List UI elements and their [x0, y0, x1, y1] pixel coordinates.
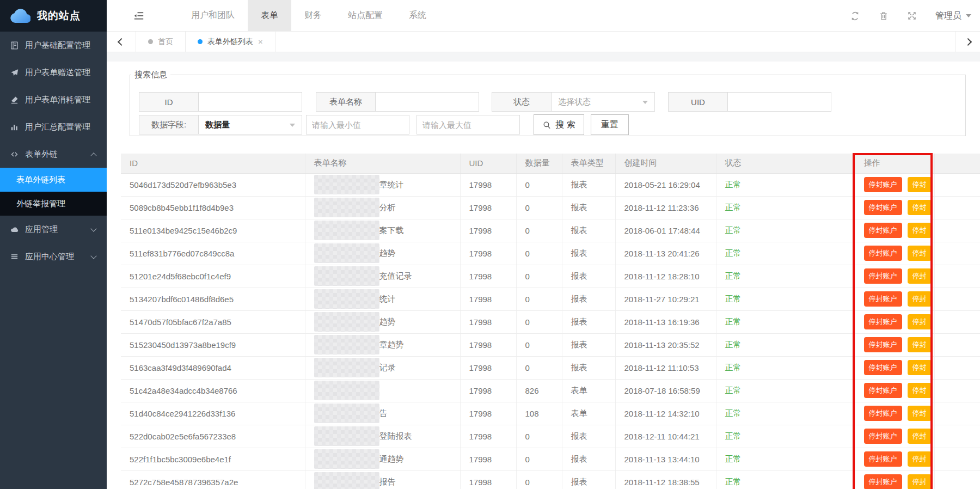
- top-nav-items: 用户和团队 表单 财务 站点配置 系统: [178, 0, 439, 31]
- ban-account-button[interactable]: 停封账户: [864, 474, 902, 489]
- ban-account-button[interactable]: 停封账户: [864, 337, 902, 352]
- form-name-suffix: 报告: [379, 477, 396, 487]
- cell-data-count: 0: [516, 196, 562, 219]
- sidebar-item-form-external-link[interactable]: 表单外链: [0, 140, 107, 168]
- ban-account-button[interactable]: 停封账户: [864, 223, 902, 238]
- tab-label: 首页: [158, 37, 173, 47]
- cell-form-name: 分析: [305, 196, 460, 219]
- form-name-input[interactable]: [376, 92, 479, 112]
- cell-form-type: 报表: [562, 219, 615, 242]
- form-name-suffix: 告: [379, 408, 388, 419]
- cell-id: 51201e24d5f68ebc0f1c4ef9: [121, 265, 305, 288]
- reset-button[interactable]: 重置: [591, 114, 629, 135]
- cell-actions: 停封账户停封: [855, 379, 934, 402]
- ban-button[interactable]: 停封: [908, 200, 932, 215]
- ban-button[interactable]: 停封: [908, 177, 932, 192]
- ban-button[interactable]: 停封: [908, 360, 932, 375]
- ban-button[interactable]: 停封: [908, 474, 932, 489]
- cell-created-at: 2018-11-12 18:38:55: [615, 470, 716, 489]
- search-button-label: 搜 索: [555, 119, 575, 131]
- nav-item-finance[interactable]: 财务: [291, 0, 335, 31]
- ban-account-button[interactable]: 停封账户: [864, 451, 902, 467]
- min-value-input[interactable]: [306, 115, 409, 135]
- cell-status: 正常: [716, 288, 855, 310]
- search-button[interactable]: 搜 索: [534, 114, 584, 135]
- col-header-actions: 操作: [855, 154, 934, 173]
- ban-account-button[interactable]: 停封账户: [864, 200, 902, 215]
- tabs-scroll-left[interactable]: [107, 32, 136, 52]
- table-row: 51470d57f05bfac67f2a7a85趋势179980报表2018-1…: [121, 310, 980, 333]
- id-input[interactable]: [199, 92, 302, 112]
- cell-status: 正常: [716, 356, 855, 379]
- col-header-data-count: 数据量: [516, 154, 562, 173]
- ban-account-button[interactable]: 停封账户: [864, 383, 902, 398]
- sidebar-item-form-link-list[interactable]: 表单外链列表: [0, 168, 107, 192]
- fullscreen-icon[interactable]: [907, 11, 917, 21]
- tab-home[interactable]: 首页: [136, 32, 186, 52]
- max-value-input[interactable]: [416, 115, 520, 135]
- sidebar-item-label: 应用中心管理: [25, 252, 74, 262]
- ban-account-button[interactable]: 停封账户: [864, 314, 902, 329]
- form-name-label: 表单名称: [316, 92, 376, 112]
- cell-filler: [934, 310, 980, 333]
- status-select[interactable]: 选择状态: [552, 92, 655, 112]
- ban-button[interactable]: 停封: [908, 223, 932, 238]
- table-row: 5046d173d520d7efb963b5e3章统计179980报表2018-…: [121, 173, 980, 196]
- cell-uid: 17998: [460, 402, 516, 425]
- ban-button[interactable]: 停封: [908, 337, 932, 352]
- ban-button[interactable]: 停封: [908, 291, 932, 307]
- col-header-filler: [934, 154, 980, 173]
- sidebar-item-app-manage[interactable]: 应用管理: [0, 216, 107, 243]
- cell-actions: 停封账户停封: [855, 470, 934, 489]
- chevron-down-icon: [90, 253, 96, 259]
- tabs-scroll-right[interactable]: [955, 32, 980, 52]
- cell-form-name: 章趋势: [305, 333, 460, 356]
- ban-account-button[interactable]: 停封账户: [864, 177, 902, 192]
- admin-menu[interactable]: 管理员: [935, 10, 971, 22]
- search-icon: [542, 120, 552, 130]
- sidebar-item-user-summary-config[interactable]: 用户汇总配置管理: [0, 113, 107, 140]
- form-name-suffix: 记录: [379, 363, 396, 373]
- sidebar-item-user-form-gift[interactable]: 用户表单赠送管理: [0, 59, 107, 86]
- sidebar-item-link-report-manage[interactable]: 外链举报管理: [0, 192, 107, 216]
- ban-account-button[interactable]: 停封账户: [864, 360, 902, 375]
- nav-item-system[interactable]: 系统: [396, 0, 439, 31]
- cell-form-type: 报表: [562, 265, 615, 288]
- cell-actions: 停封账户停封: [855, 219, 934, 242]
- cell-uid: 17998: [460, 288, 516, 310]
- close-icon[interactable]: ×: [258, 37, 263, 46]
- trash-icon[interactable]: [879, 11, 889, 21]
- nav-item-forms[interactable]: 表单: [248, 0, 291, 31]
- ban-button[interactable]: 停封: [908, 314, 932, 329]
- ban-button[interactable]: 停封: [908, 383, 932, 398]
- uid-input[interactable]: [728, 92, 831, 112]
- ban-account-button[interactable]: 停封账户: [864, 406, 902, 421]
- ban-account-button[interactable]: 停封账户: [864, 291, 902, 307]
- ban-account-button[interactable]: 停封账户: [864, 246, 902, 261]
- cell-status: 正常: [716, 196, 855, 219]
- cell-created-at: 2018-11-13 20:35:52: [615, 333, 716, 356]
- nav-item-users-teams[interactable]: 用户和团队: [178, 0, 248, 31]
- tab-form-link-list[interactable]: 表单外链列表 ×: [186, 32, 275, 52]
- ban-button[interactable]: 停封: [908, 268, 932, 284]
- ban-account-button[interactable]: 停封账户: [864, 429, 902, 444]
- ban-account-button[interactable]: 停封账户: [864, 268, 902, 284]
- ban-button[interactable]: 停封: [908, 429, 932, 444]
- nav-item-site-config[interactable]: 站点配置: [335, 0, 396, 31]
- collapse-sidebar-icon[interactable]: [133, 11, 144, 21]
- refresh-icon[interactable]: [850, 11, 860, 21]
- cell-uid: 17998: [460, 425, 516, 448]
- logo[interactable]: 我的站点: [0, 0, 107, 32]
- search-data-field-group: 数据字段: 数据量: [139, 115, 302, 135]
- sidebar-item-app-center-manage[interactable]: 应用中心管理: [0, 243, 107, 270]
- cell-status: 正常: [716, 402, 855, 425]
- redacted-blur: [314, 266, 379, 286]
- sidebar-item-user-base-config[interactable]: 用户基础配置管理: [0, 32, 107, 59]
- top-navbar: 用户和团队 表单 财务 站点配置 系统: [107, 0, 980, 32]
- ban-button[interactable]: 停封: [908, 246, 932, 261]
- cell-data-count: 0: [516, 265, 562, 288]
- data-field-select[interactable]: 数据量: [199, 115, 302, 135]
- sidebar-item-user-form-consume[interactable]: 用户表单消耗管理: [0, 86, 107, 113]
- ban-button[interactable]: 停封: [908, 406, 932, 421]
- ban-button[interactable]: 停封: [908, 451, 932, 467]
